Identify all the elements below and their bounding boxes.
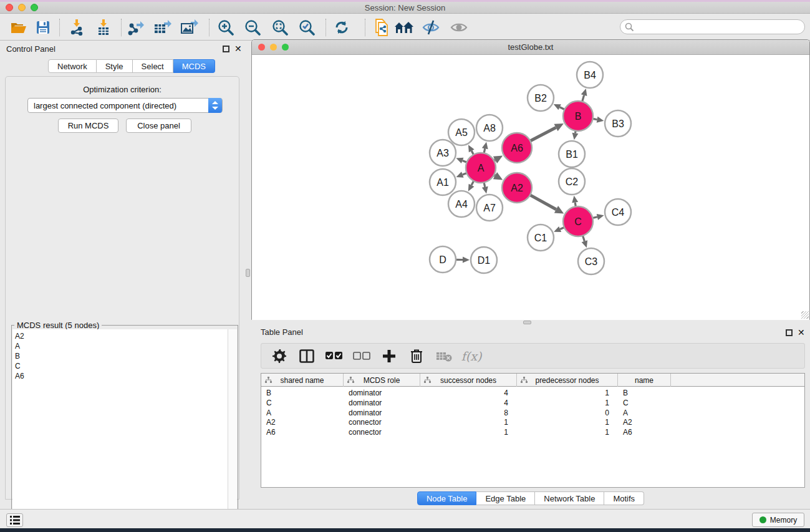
cell-shared_name: B	[261, 388, 344, 398]
graph-edge-B-B2[interactable]	[560, 107, 565, 110]
table-row[interactable]: Adominator80A	[261, 408, 804, 418]
result-item[interactable]: A	[15, 341, 228, 351]
app-titlebar[interactable]: Session: New Session	[0, 2, 810, 14]
result-item[interactable]: A2	[15, 331, 228, 341]
zoom-out-button[interactable]	[242, 17, 263, 37]
graph-node-D[interactable]: D	[430, 246, 456, 273]
result-item[interactable]: C	[15, 361, 228, 371]
mcds-result-list[interactable]: A2ABCA6	[12, 329, 228, 532]
close-panel-button[interactable]: Close panel	[126, 118, 191, 133]
float-panel-icon[interactable]	[223, 46, 229, 52]
graph-edge-A6-B[interactable]	[530, 127, 556, 140]
graph-node-B2[interactable]: B2	[528, 85, 554, 111]
network-zoom-button[interactable]	[282, 44, 289, 51]
minimize-window-button[interactable]	[18, 4, 26, 11]
window-resize-grip[interactable]	[801, 311, 809, 319]
column-header-name[interactable]: name	[618, 374, 671, 387]
import-network-button[interactable]	[66, 17, 87, 37]
network-window-titlebar[interactable]: testGlobe.txt	[252, 40, 809, 55]
network-minimize-button[interactable]	[270, 44, 277, 51]
graph-node-A8[interactable]: A8	[476, 115, 503, 141]
show-panels-button[interactable]	[448, 17, 470, 37]
column-header-predecessor-nodes[interactable]: predecessor nodes	[517, 374, 618, 387]
zoom-window-button[interactable]	[31, 4, 38, 11]
duplicate-network-button[interactable]	[371, 17, 392, 37]
column-header-MCDS-role[interactable]: MCDS role	[344, 374, 420, 387]
graph-node-A5[interactable]: A5	[448, 119, 475, 145]
add-column-button[interactable]	[380, 348, 398, 364]
tab-mcds[interactable]: MCDS	[173, 59, 215, 73]
column-header-shared-name[interactable]: shared name	[261, 374, 344, 387]
import-table-button[interactable]	[93, 17, 114, 37]
graph-node-C4[interactable]: C4	[605, 199, 631, 225]
hide-panels-button[interactable]	[420, 17, 441, 37]
run-mcds-button[interactable]: Run MCDS	[58, 118, 118, 133]
cyndex-home-button[interactable]	[393, 17, 415, 37]
graph-edge-A2-C[interactable]	[530, 195, 556, 210]
criterion-dropdown[interactable]: largest connected component (directed)	[27, 98, 223, 113]
open-session-button[interactable]	[8, 17, 29, 37]
graph-node-A6[interactable]: A6	[502, 133, 532, 163]
tab-node-table[interactable]: Node Table	[417, 491, 477, 505]
network-canvas[interactable]: B4B2BB3A8A5A6A3B1AA1C2A2A4A7C4CC1DD1C3	[252, 55, 809, 320]
column-header-successor-nodes[interactable]: successor nodes	[420, 374, 517, 387]
table-row[interactable]: Bdominator41B	[261, 388, 804, 398]
graph-node-C[interactable]: C	[563, 206, 593, 236]
graph-edge-C-C3[interactable]	[582, 236, 584, 241]
export-table-button[interactable]	[152, 17, 173, 37]
search-box[interactable]	[620, 19, 805, 34]
tab-network[interactable]: Network	[48, 59, 97, 73]
vertical-splitter-handle[interactable]	[246, 269, 250, 277]
graph-node-A1[interactable]: A1	[430, 169, 456, 195]
delete-table-button[interactable]	[435, 348, 453, 364]
table-panel-title: Table Panel	[261, 327, 303, 337]
table-row[interactable]: Cdominator41C	[261, 398, 804, 408]
graph-node-A3[interactable]: A3	[430, 140, 456, 166]
graph-node-A4[interactable]: A4	[448, 191, 475, 217]
tab-network-table[interactable]: Network Table	[535, 491, 604, 505]
float-table-panel-icon[interactable]	[786, 329, 793, 336]
zoom-selected-button[interactable]	[296, 17, 317, 37]
show-columns-button[interactable]	[297, 348, 316, 364]
zoom-in-button[interactable]	[215, 17, 236, 37]
deselect-all-button[interactable]	[352, 348, 371, 364]
task-history-button[interactable]	[6, 513, 23, 527]
tab-motifs[interactable]: Motifs	[604, 491, 644, 505]
function-builder-button[interactable]: f(x)	[462, 348, 481, 364]
refresh-button[interactable]	[331, 17, 352, 37]
select-all-button[interactable]	[325, 348, 344, 364]
memory-button[interactable]: Memory	[752, 513, 804, 527]
tab-edge-table[interactable]: Edge Table	[476, 491, 535, 505]
result-item[interactable]: B	[15, 351, 228, 361]
table-row[interactable]: A2connector11A2	[261, 417, 804, 427]
graph-node-A2[interactable]: A2	[502, 173, 532, 203]
close-table-panel-icon[interactable]: ✕	[798, 329, 805, 336]
graph-node-B[interactable]: B	[563, 101, 593, 131]
tab-style[interactable]: Style	[97, 59, 133, 73]
graph-node-A[interactable]: A	[466, 153, 496, 183]
graph-node-B3[interactable]: B3	[605, 110, 631, 137]
graph-node-A7[interactable]: A7	[476, 195, 503, 221]
close-window-button[interactable]	[6, 4, 13, 11]
graph-node-C1[interactable]: C1	[528, 225, 554, 251]
graph-node-B4[interactable]: B4	[577, 62, 603, 88]
result-item[interactable]: A6	[15, 371, 228, 381]
graph-node-C2[interactable]: C2	[559, 168, 585, 195]
graph-node-B1[interactable]: B1	[559, 141, 585, 167]
export-network-button[interactable]	[125, 17, 147, 37]
table-row[interactable]: A6connector11A6	[261, 427, 804, 437]
graph-node-C3[interactable]: C3	[578, 248, 604, 274]
delete-column-button[interactable]	[407, 348, 426, 364]
close-panel-icon[interactable]: ✕	[234, 45, 242, 52]
table-settings-button[interactable]	[270, 348, 289, 364]
cell-shared_name: A2	[261, 417, 344, 427]
save-session-button[interactable]	[32, 17, 54, 37]
graph-node-D1[interactable]: D1	[471, 247, 497, 273]
zoom-fit-button[interactable]	[269, 17, 291, 37]
graph-edge-B-B4[interactable]	[582, 95, 584, 102]
search-input[interactable]	[637, 21, 799, 32]
tab-select[interactable]: Select	[133, 59, 173, 73]
result-scrollbar[interactable]	[228, 329, 237, 532]
network-close-button[interactable]	[258, 44, 265, 51]
export-image-button[interactable]	[179, 17, 200, 37]
